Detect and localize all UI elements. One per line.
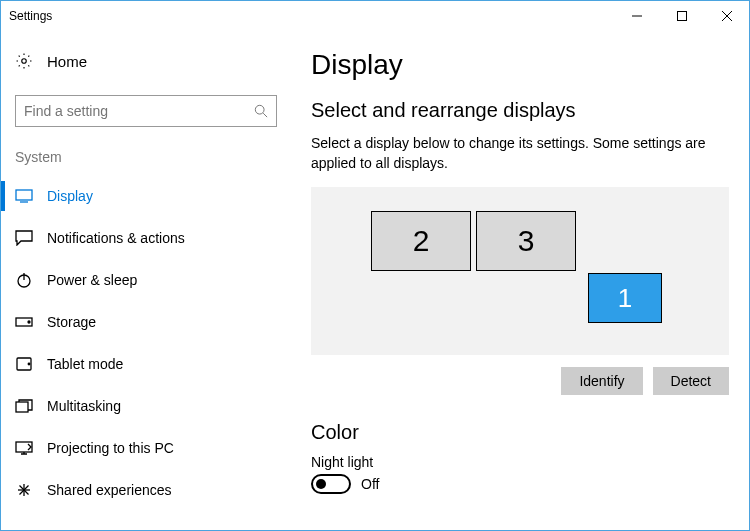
chat-icon [15,230,33,246]
page-title: Display [311,49,729,81]
sidebar-item-multitasking[interactable]: Multitasking [1,385,291,427]
multitasking-icon [15,399,33,413]
svg-point-4 [22,59,27,64]
night-light-state: Off [361,476,379,492]
projecting-icon [15,441,33,455]
display-arrangement-box[interactable]: 2 3 1 [311,187,729,355]
sidebar-item-label: Storage [47,314,96,330]
identify-button[interactable]: Identify [561,367,642,395]
night-light-label: Night light [311,454,729,470]
close-button[interactable] [704,1,749,31]
gear-icon [15,52,33,70]
svg-point-12 [28,321,30,323]
sidebar-item-tablet[interactable]: Tablet mode [1,343,291,385]
home-label: Home [47,53,87,70]
svg-point-5 [255,105,264,114]
sidebar-item-power[interactable]: Power & sleep [1,259,291,301]
svg-rect-7 [16,190,32,200]
titlebar: Settings [1,1,749,31]
sidebar-item-label: Display [47,188,93,204]
sidebar-item-label: Notifications & actions [47,230,185,246]
sidebar-item-label: Tablet mode [47,356,123,372]
sidebar-item-notifications[interactable]: Notifications & actions [1,217,291,259]
svg-rect-1 [677,12,686,21]
sidebar-item-projecting[interactable]: Projecting to this PC [1,427,291,469]
sidebar-item-shared[interactable]: Shared experiences [1,469,291,511]
maximize-button[interactable] [659,1,704,31]
arrange-description: Select a display below to change its set… [311,134,729,173]
monitor-3[interactable]: 3 [476,211,576,271]
svg-line-6 [263,113,267,117]
monitor-icon [15,189,33,203]
sidebar-item-storage[interactable]: Storage [1,301,291,343]
sidebar-item-label: Shared experiences [47,482,172,498]
sidebar: Home System Display Notifications & acti… [1,31,291,530]
svg-rect-15 [16,402,28,412]
search-input[interactable] [24,103,248,119]
close-icon [722,11,732,21]
night-light-toggle[interactable] [311,474,351,494]
detect-button[interactable]: Detect [653,367,729,395]
tablet-icon [15,357,33,371]
color-heading: Color [311,421,729,444]
sidebar-item-label: Projecting to this PC [47,440,174,456]
sidebar-item-label: Power & sleep [47,272,137,288]
arrange-heading: Select and rearrange displays [311,99,729,122]
content-area: Display Select and rearrange displays Se… [291,31,749,530]
svg-rect-16 [16,442,32,452]
monitor-2[interactable]: 2 [371,211,471,271]
sidebar-item-label: Multitasking [47,398,121,414]
power-icon [15,272,33,288]
svg-point-14 [28,363,30,365]
maximize-icon [677,11,687,21]
search-box[interactable] [15,95,277,127]
minimize-icon [632,11,642,21]
minimize-button[interactable] [614,1,659,31]
search-icon [254,104,268,118]
window-title: Settings [9,9,52,23]
sidebar-item-display[interactable]: Display [1,175,291,217]
shared-icon [15,482,33,498]
home-button[interactable]: Home [1,41,291,81]
section-label: System [1,149,291,165]
monitor-1[interactable]: 1 [588,273,662,323]
storage-icon [15,317,33,327]
